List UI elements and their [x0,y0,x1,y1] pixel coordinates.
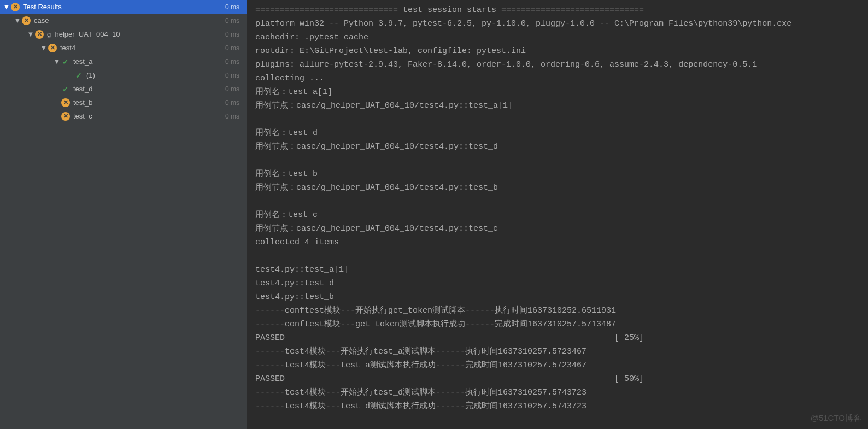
console-line: ------test4模块---开始执行test_d测试脚本------执行时间… [255,386,863,399]
console-line: 用例名：test_c [255,208,863,222]
tree-item-label: case [34,16,49,25]
fail-icon: ✕ [48,44,57,52]
tree-item-label: (1) [86,71,95,79]
tree-item-time: 0 ms [225,17,239,25]
console-line: 用例节点：case/g_helper_UAT_004_10/test4.py::… [255,99,863,113]
console-output[interactable]: ============================= test sessi… [248,0,868,429]
console-line [255,195,863,208]
tree-item-time: 0 ms [225,44,239,52]
console-line: 用例节点：case/g_helper_UAT_004_10/test4.py::… [255,181,863,195]
console-line: collected 4 items [255,236,863,249]
watermark-text: @51CTO博客 [811,413,861,424]
pass-icon: ✓ [74,71,83,80]
tree-item--1-[interactable]: ✓(1)0 ms [0,68,247,82]
fail-icon: ✕ [61,112,70,121]
console-line: 用例名：test_a[1] [255,85,863,99]
tree-item-label: test_d [73,85,92,93]
fail-icon: ✕ [22,16,31,25]
fail-icon: ✕ [35,30,44,39]
fail-icon: ✕ [11,3,20,11]
console-line [255,154,863,167]
console-line: collecting ... [255,72,863,85]
fail-icon: ✕ [61,98,70,107]
chevron-down-icon: ▼ [52,57,61,66]
console-line [255,113,863,126]
console-line: PASSED [ 50%] [255,372,863,386]
tree-item-label: test4 [60,44,75,52]
tree-item-label: test_a [73,57,92,66]
tree-root-test-results[interactable]: ▼ ✕ Test Results 0 ms [0,0,247,14]
tree-item-label: test_b [73,98,92,107]
console-line: cachedir: .pytest_cache [255,31,863,44]
console-line: 用例节点：case/g_helper_UAT_004_10/test4.py::… [255,222,863,236]
console-line: ------test4模块---test_d测试脚本执行成功------完成时间… [255,399,863,413]
console-line: 用例名：test_b [255,167,863,181]
console-line: 用例名：test_d [255,126,863,140]
test-tree-sidebar: ▼ ✕ Test Results 0 ms ▼✕case0 ms▼✕g_help… [0,0,248,429]
tree-item-time: 0 ms [225,99,239,107]
tree-item-label: g_helper_UAT_004_10 [47,30,120,38]
tree-item-time: 0 ms [225,113,239,120]
console-line: test4.py::test_b [255,290,863,304]
pass-icon: ✓ [61,85,70,93]
console-line: ------test4模块---开始执行test_a测试脚本------执行时间… [255,345,863,359]
console-line: test4.py::test_a[1] [255,263,863,277]
console-line: ------conftest模块---get_token测试脚本执行成功----… [255,318,863,331]
tree-item-time: 0 ms [225,58,239,66]
tree-item-test-b[interactable]: ✕test_b0 ms [0,96,247,109]
tree-item-time: 0 ms [225,72,239,79]
chevron-down-icon: ▼ [13,16,22,25]
console-line: ------conftest模块---开始执行get_token测试脚本----… [255,304,863,318]
tree-item-test-d[interactable]: ✓test_d0 ms [0,82,247,96]
tree-body: ▼✕case0 ms▼✕g_helper_UAT_004_100 ms▼✕tes… [0,14,247,123]
chevron-down-icon: ▼ [39,44,48,52]
console-line: test4.py::test_d [255,277,863,290]
pass-icon: ✓ [61,57,70,66]
tree-root-time: 0 ms [225,3,239,11]
chevron-down-icon: ▼ [26,30,35,38]
tree-item-label: test_c [73,112,92,120]
tree-item-time: 0 ms [225,31,239,38]
tree-item-test4[interactable]: ▼✕test40 ms [0,41,247,55]
tree-item-g-helper-uat-004-10[interactable]: ▼✕g_helper_UAT_004_100 ms [0,27,247,41]
tree-item-test-a[interactable]: ▼✓test_a0 ms [0,55,247,68]
tree-item-time: 0 ms [225,85,239,93]
console-line: plugins: allure-pytest-2.9.43, Faker-8.1… [255,58,863,72]
tree-item-test-c[interactable]: ✕test_c0 ms [0,109,247,123]
console-line: 用例节点：case/g_helper_UAT_004_10/test4.py::… [255,140,863,154]
tree-item-case[interactable]: ▼✕case0 ms [0,14,247,27]
tree-root-label: Test Results [23,3,62,11]
console-line [255,249,863,263]
chevron-down-icon: ▼ [2,3,11,11]
console-line: ------test4模块---test_a测试脚本执行成功------完成时间… [255,359,863,372]
console-line: ============================= test sessi… [255,3,863,17]
console-line: platform win32 -- Python 3.9.7, pytest-6… [255,17,863,31]
console-line: rootdir: E:\GitProject\test-lab, configf… [255,44,863,58]
console-line: PASSED [ 25%] [255,331,863,345]
